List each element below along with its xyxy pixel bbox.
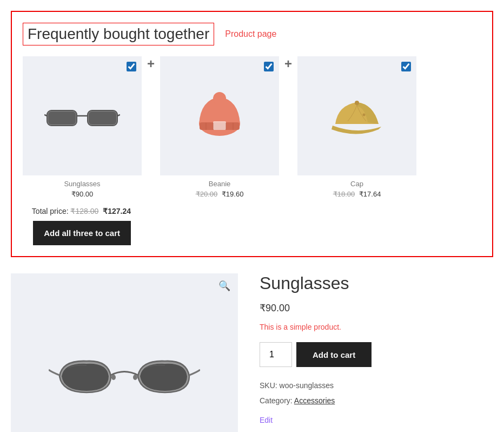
cap-fbt-icon — [327, 94, 387, 138]
fbt-checkbox-cap[interactable] — [401, 62, 411, 71]
fbt-info-sunglasses: Sunglasses ₹90.00 — [64, 180, 100, 198]
fbt-total-label: Total price: — [32, 207, 69, 215]
svg-point-15 — [355, 101, 359, 105]
fbt-price-sunglasses-value: ₹90.00 — [71, 190, 94, 198]
fbt-action: Total price: ₹128.00 ₹127.24 Add all thr… — [23, 207, 131, 245]
fbt-card-sunglasses — [23, 56, 142, 175]
product-main-image — [49, 338, 200, 425]
fbt-card-cap — [297, 56, 416, 175]
product-info: Sunglasses ₹90.00 This is a simple produ… — [260, 273, 493, 432]
category-label: Category: — [260, 396, 293, 405]
svg-point-18 — [133, 375, 137, 380]
product-sku: SKU: woo-sunglasses — [260, 378, 493, 393]
fbt-price-cap: ₹18.00 ₹17.64 — [333, 190, 381, 198]
svg-rect-10 — [213, 121, 226, 130]
product-quantity-row: Add to cart — [260, 342, 493, 367]
fbt-title: Frequently bought together — [23, 23, 214, 45]
fbt-header: Frequently bought together Product page — [23, 23, 481, 45]
fbt-product-cap: Cap ₹18.00 ₹17.64 — [297, 56, 416, 198]
fbt-plus-2: + — [284, 56, 292, 71]
fbt-section: Frequently bought together Product page — [11, 11, 493, 257]
fbt-total-old: ₹128.00 — [70, 207, 98, 215]
fbt-product-beanie: Beanie ₹20.00 ₹19.60 — [160, 56, 279, 198]
product-title: Sunglasses — [260, 273, 493, 293]
fbt-name-sunglasses: Sunglasses — [64, 180, 100, 188]
fbt-product-sunglasses: Sunglasses ₹90.00 — [23, 56, 142, 198]
svg-point-16 — [363, 114, 366, 116]
fbt-checkbox-sunglasses[interactable] — [127, 62, 136, 71]
fbt-price-beanie-new: ₹19.60 — [222, 190, 244, 198]
sunglasses-fbt-icon — [44, 100, 120, 132]
fbt-total-new: ₹127.24 — [103, 207, 131, 215]
fbt-name-cap: Cap — [333, 180, 381, 188]
product-detail: 🔍 Sunglasses ₹90.00 — [11, 273, 493, 432]
fbt-price-sunglasses: ₹90.00 — [64, 190, 100, 198]
sku-value: woo-sunglasses — [280, 381, 334, 390]
beanie-fbt-icon — [193, 89, 247, 143]
quantity-input[interactable] — [260, 342, 292, 367]
fbt-info-cap: Cap ₹18.00 ₹17.64 — [333, 180, 381, 198]
sku-label: SKU: — [260, 381, 277, 390]
fbt-price-cap-new: ₹17.64 — [359, 190, 381, 198]
zoom-icon[interactable]: 🔍 — [218, 280, 230, 292]
product-image-box: 🔍 — [11, 273, 238, 432]
fbt-info-beanie: Beanie ₹20.00 ₹19.60 — [196, 180, 244, 198]
fbt-plus-1: + — [147, 56, 155, 71]
svg-point-17 — [111, 375, 116, 380]
product-description: This is a simple product. — [260, 323, 493, 331]
svg-point-9 — [213, 92, 226, 105]
product-meta: SKU: woo-sunglasses Category: Accessorie… — [260, 378, 493, 428]
fbt-name-beanie: Beanie — [196, 180, 244, 188]
fbt-total: Total price: ₹128.00 ₹127.24 — [32, 207, 131, 215]
fbt-checkbox-beanie[interactable] — [264, 62, 274, 71]
product-category: Category: Accessories — [260, 393, 493, 408]
add-to-cart-button[interactable]: Add to cart — [296, 342, 372, 367]
svg-rect-5 — [48, 112, 76, 125]
svg-rect-6 — [89, 112, 116, 125]
fbt-card-beanie — [160, 56, 279, 175]
fbt-price-beanie-old: ₹20.00 — [196, 190, 218, 198]
fbt-price-cap-old: ₹18.00 — [333, 190, 355, 198]
add-all-to-cart-button[interactable]: Add all three to cart — [33, 221, 131, 245]
edit-link[interactable]: Edit — [260, 416, 273, 424]
fbt-price-beanie: ₹20.00 ₹19.60 — [196, 190, 244, 198]
product-price: ₹90.00 — [260, 302, 493, 314]
fbt-products-row: Sunglasses ₹90.00 + — [23, 56, 416, 198]
product-page-link[interactable]: Product page — [225, 29, 276, 39]
category-link[interactable]: Accessories — [294, 396, 335, 405]
